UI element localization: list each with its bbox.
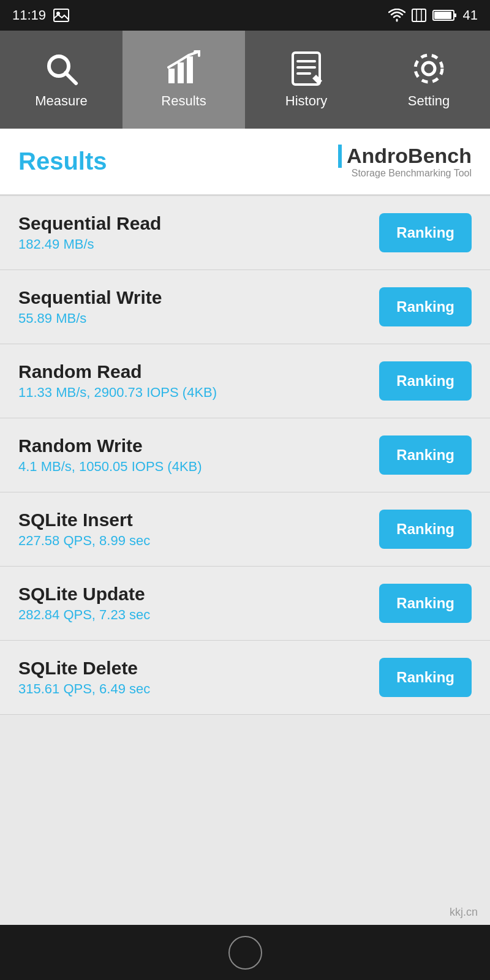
result-value: 282.84 QPS, 7.23 sec <box>18 607 379 623</box>
image-icon <box>53 9 69 22</box>
home-button[interactable] <box>228 936 262 970</box>
result-name: SQLite Insert <box>18 510 379 530</box>
watermark: kkj.cn <box>450 906 478 919</box>
bottom-navigation-bar <box>0 925 490 980</box>
result-value: 11.33 MB/s, 2900.73 IOPS (4KB) <box>18 385 379 401</box>
status-bar: 11:19 41 <box>0 0 490 31</box>
page-title: Results <box>18 148 107 175</box>
brand-logo: AndroBench Storage Benchmarking Tool <box>338 144 472 179</box>
result-value: 182.49 MB/s <box>18 236 379 252</box>
result-name: Random Write <box>18 435 379 456</box>
status-bar-right: 41 <box>388 7 478 23</box>
ranking-button-sqlite-insert[interactable]: Ranking <box>379 510 472 549</box>
results-icon <box>165 50 202 87</box>
sim-icon <box>412 9 426 22</box>
result-info: SQLite Insert 227.58 QPS, 8.99 sec <box>18 510 379 549</box>
svg-rect-12 <box>187 56 193 83</box>
battery-icon <box>432 9 457 21</box>
tab-results-label: Results <box>161 93 206 109</box>
result-name: Sequential Read <box>18 213 379 234</box>
svg-point-18 <box>423 62 435 75</box>
result-value: 4.1 MB/s, 1050.05 IOPS (4KB) <box>18 459 379 475</box>
result-item-sqlite-update: SQLite Update 282.84 QPS, 7.23 sec Ranki… <box>0 567 490 641</box>
result-item-sequential-read: Sequential Read 182.49 MB/s Ranking <box>0 195 490 270</box>
result-name: SQLite Delete <box>18 658 379 679</box>
battery-level: 41 <box>463 7 478 23</box>
result-info: Random Read 11.33 MB/s, 2900.73 IOPS (4K… <box>18 361 379 401</box>
svg-rect-11 <box>178 62 184 83</box>
result-name: Sequential Write <box>18 287 379 308</box>
result-value: 227.58 QPS, 8.99 sec <box>18 533 379 549</box>
result-item-sqlite-insert: SQLite Insert 227.58 QPS, 8.99 sec Ranki… <box>0 492 490 567</box>
result-item-sqlite-delete: SQLite Delete 315.61 QPS, 6.49 sec Ranki… <box>0 641 490 715</box>
svg-rect-10 <box>168 69 175 83</box>
tab-setting[interactable]: Setting <box>368 31 490 129</box>
result-item-random-read: Random Read 11.33 MB/s, 2900.73 IOPS (4K… <box>0 344 490 418</box>
tab-measure[interactable]: Measure <box>0 31 123 129</box>
tab-history-label: History <box>285 93 327 109</box>
brand-bar <box>338 145 342 168</box>
nav-tabs: Measure Results History Setting <box>0 31 490 129</box>
wifi-icon <box>388 9 405 22</box>
page-header: Results AndroBench Storage Benchmarking … <box>0 129 490 195</box>
result-name: SQLite Update <box>18 584 379 605</box>
tab-setting-label: Setting <box>408 93 450 109</box>
result-value: 55.89 MB/s <box>18 311 379 326</box>
svg-rect-2 <box>412 9 426 21</box>
ranking-button-seq-read[interactable]: Ranking <box>379 213 472 252</box>
svg-rect-6 <box>454 13 456 17</box>
brand-name: AndroBench <box>338 144 472 168</box>
result-info: Sequential Read 182.49 MB/s <box>18 213 379 252</box>
ranking-button-seq-write[interactable]: Ranking <box>379 287 472 326</box>
svg-rect-0 <box>54 9 69 21</box>
setting-icon <box>410 50 447 87</box>
result-info: Random Write 4.1 MB/s, 1050.05 IOPS (4KB… <box>18 435 379 475</box>
svg-line-9 <box>66 73 76 83</box>
result-info: Sequential Write 55.89 MB/s <box>18 287 379 326</box>
result-item-sequential-write: Sequential Write 55.89 MB/s Ranking <box>0 270 490 344</box>
tab-history[interactable]: History <box>245 31 368 129</box>
ranking-button-rand-read[interactable]: Ranking <box>379 361 472 401</box>
result-name: Random Read <box>18 361 379 382</box>
result-value: 315.61 QPS, 6.49 sec <box>18 681 379 697</box>
measure-icon <box>43 50 80 87</box>
ranking-button-rand-write[interactable]: Ranking <box>379 435 472 475</box>
time-display: 11:19 <box>12 7 46 23</box>
ranking-button-sqlite-update[interactable]: Ranking <box>379 584 472 623</box>
status-bar-left: 11:19 <box>12 7 69 23</box>
result-info: SQLite Delete 315.61 QPS, 6.49 sec <box>18 658 379 697</box>
svg-point-19 <box>415 55 442 82</box>
result-item-random-write: Random Write 4.1 MB/s, 1050.05 IOPS (4KB… <box>0 418 490 492</box>
result-info: SQLite Update 282.84 QPS, 7.23 sec <box>18 584 379 623</box>
svg-rect-7 <box>434 12 451 19</box>
history-icon <box>288 50 325 87</box>
tab-results[interactable]: Results <box>123 31 245 129</box>
brand-subtitle: Storage Benchmarking Tool <box>352 168 472 179</box>
ranking-button-sqlite-delete[interactable]: Ranking <box>379 658 472 697</box>
results-list: Sequential Read 182.49 MB/s Ranking Sequ… <box>0 195 490 715</box>
tab-measure-label: Measure <box>35 93 88 109</box>
